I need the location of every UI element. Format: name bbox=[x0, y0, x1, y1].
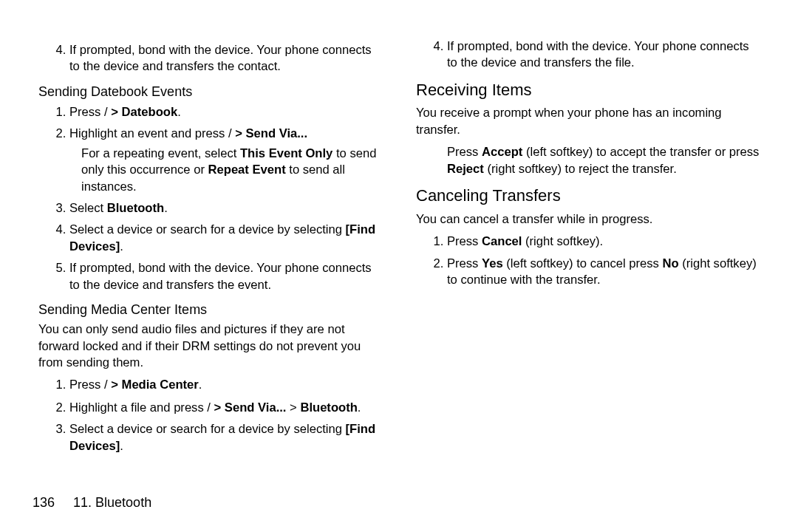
datebook-step-2: Highlight an event and press / > Send Vi… bbox=[69, 126, 382, 195]
bold: > Media Center bbox=[111, 378, 199, 392]
page-footer: 136 11. Bluetooth bbox=[33, 494, 151, 511]
text: (left softkey) to accept the transfer or… bbox=[522, 145, 759, 159]
bold: > Send Via... bbox=[235, 126, 307, 140]
cancel-step-1: Press Cancel (right softkey). bbox=[447, 233, 760, 250]
text: Press / bbox=[69, 105, 108, 119]
page-number: 136 bbox=[33, 495, 55, 510]
content-columns: If prompted, bond with the device. Your … bbox=[38, 38, 760, 471]
text: Press bbox=[447, 234, 482, 248]
datebook-step-3: Select Bluetooth. bbox=[69, 200, 382, 216]
text: Press bbox=[447, 145, 482, 159]
text: Press bbox=[447, 256, 482, 270]
sub-note: For a repeating event, select This Event… bbox=[81, 146, 382, 195]
datebook-step-4: Select a device or search for a device b… bbox=[69, 222, 382, 255]
text: Highlight an event and press / bbox=[69, 126, 232, 140]
media-step-4: If prompted, bond with the device. Your … bbox=[447, 38, 760, 72]
cancel-step-2: Press Yes (left softkey) to cancel press… bbox=[447, 256, 760, 289]
receiving-sub: Press Accept (left softkey) to accept th… bbox=[447, 144, 760, 177]
text: . bbox=[177, 105, 181, 119]
datebook-steps: Press / > Datebook. Highlight an event a… bbox=[46, 104, 382, 293]
media-intro: You can only send audio files and pictur… bbox=[38, 321, 382, 371]
bold: Yes bbox=[482, 256, 503, 270]
text: . bbox=[358, 400, 361, 415]
heading-sending-datebook: Sending Datebook Events bbox=[38, 83, 382, 100]
cancel-steps: Press Cancel (right softkey). Press Yes … bbox=[423, 233, 760, 288]
text: Select a device or search for a device b… bbox=[69, 222, 346, 236]
bold: Bluetooth bbox=[107, 201, 164, 215]
text: . bbox=[164, 201, 168, 215]
datebook-step-5: If prompted, bond with the device. Your … bbox=[69, 260, 382, 293]
bold: Bluetooth bbox=[300, 400, 357, 415]
text: Highlight a file and press / bbox=[69, 400, 211, 415]
bold: > Send Via... bbox=[214, 400, 287, 415]
text: . bbox=[120, 239, 123, 253]
media-step-1: Press / > Media Center. bbox=[69, 377, 382, 393]
bold: Reject bbox=[447, 162, 484, 176]
text: (left softkey) to cancel press bbox=[503, 256, 663, 270]
bold: Cancel bbox=[482, 234, 522, 248]
text: Press / bbox=[69, 378, 108, 392]
contact-steps-cont: If prompted, bond with the device. Your … bbox=[46, 42, 382, 75]
receiving-text: You receive a prompt when your phone has… bbox=[416, 105, 760, 138]
text: For a repeating event, select bbox=[81, 146, 240, 160]
canceling-text: You can cancel a transfer while in progr… bbox=[416, 211, 760, 228]
chapter-title: 11. Bluetooth bbox=[73, 495, 151, 510]
datebook-step-1: Press / > Datebook. bbox=[69, 104, 382, 120]
text: . bbox=[120, 439, 123, 453]
media-step-2: Highlight a file and press / > Send Via.… bbox=[69, 400, 382, 416]
bold: > Datebook bbox=[111, 105, 177, 119]
text: > bbox=[286, 400, 300, 415]
text: (right softkey) to reject the transfer. bbox=[484, 162, 677, 176]
contact-step-4: If prompted, bond with the device. Your … bbox=[69, 42, 382, 75]
text: (right softkey). bbox=[522, 234, 603, 248]
bold: This Event Only bbox=[240, 146, 332, 160]
heading-sending-media: Sending Media Center Items bbox=[38, 301, 382, 318]
text: Select a device or search for a device b… bbox=[69, 422, 346, 436]
media-step-3: Select a device or search for a device b… bbox=[69, 421, 382, 454]
bold: Repeat Event bbox=[208, 163, 286, 177]
media-steps: Press / > Media Center. bbox=[46, 377, 382, 393]
page: If prompted, bond with the device. Your … bbox=[0, 0, 798, 532]
bold: Accept bbox=[482, 145, 522, 159]
text: Select bbox=[69, 201, 107, 215]
bold: No bbox=[662, 256, 678, 270]
heading-receiving: Receiving Items bbox=[416, 79, 760, 101]
text: . bbox=[199, 378, 202, 392]
heading-canceling: Canceling Transfers bbox=[416, 185, 760, 207]
